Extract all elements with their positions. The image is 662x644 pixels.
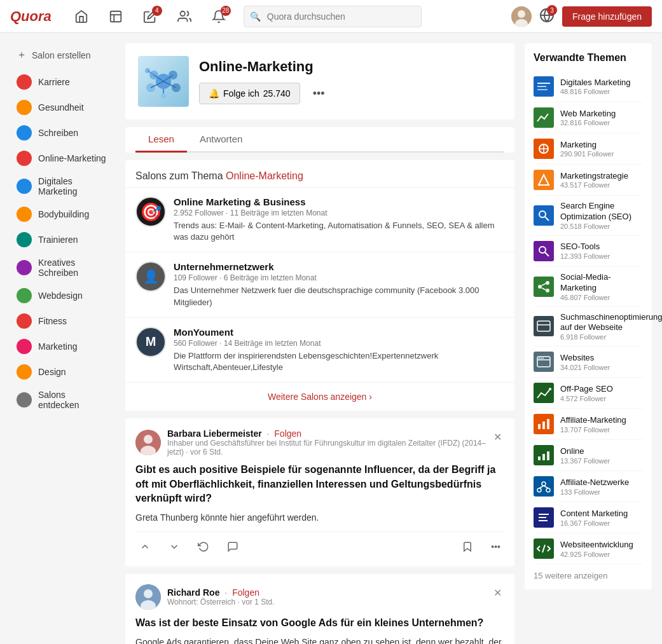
nav-notifications-button[interactable]: 28 [204,4,233,29]
related-item-social-media[interactable]: Social-Media-Marketing 46.807 Follower [534,267,643,307]
bookmark-button-1[interactable] [458,537,477,556]
post-2-author: Richard Roe · Folgen Wohnort: Österreich… [135,584,275,610]
show-more-related[interactable]: 15 weitere anzeigen [534,565,643,580]
add-question-button[interactable]: Frage hinzufügen [562,6,652,27]
upvote-button-1[interactable] [135,537,155,556]
sidebar-item-salons-entdecken[interactable]: Salons entdecken [10,385,115,415]
post-2-dismiss-button[interactable]: ✕ [491,584,504,601]
nav-home-button[interactable] [67,4,96,29]
post-2-avatar [135,584,161,610]
related-info-off-page-seo: Off-Page SEO 4.572 Follower [560,384,643,402]
webdesign-icon [17,288,32,303]
show-more-salons[interactable]: Weitere Salons anzeigen › [125,382,514,411]
related-item-websiteentwicklung[interactable]: Websiteentwicklung 42.925 Follower [534,533,643,565]
topic-actions: 🔔 Folge ich 25.740 ••• [199,83,502,104]
create-salon-label: Salon erstellen [32,50,91,60]
sidebar-item-bodybuilding[interactable]: Bodybuilding [10,202,115,227]
comment-button-1[interactable] [223,537,242,556]
author-name-text-2[interactable]: Richard Roe [167,587,219,598]
sidebar-item-schreiben[interactable]: Schreiben [10,120,115,146]
search-bar: 🔍 [244,6,422,27]
sidebar-label-online-marketing: Online-Marketing [38,153,106,163]
share-button-1[interactable] [194,537,213,556]
sidebar: ＋ Salon erstellen Karriere Gesundheit Sc… [10,43,115,644]
related-item-web-marketing[interactable]: Web Marketing 32.816 Follower [534,102,643,134]
sidebar-item-gesundheit[interactable]: Gesundheit [10,95,115,120]
more-options-button[interactable]: ••• [308,85,330,103]
related-followers-marketingstrategie: 43.517 Follower [560,181,643,189]
sidebar-item-trainieren[interactable]: Trainieren [10,227,115,252]
tab-antworten[interactable]: Antworten [187,127,256,153]
header: Quora 4 28 🔍 3 Fr [0,0,662,33]
svg-rect-62 [538,424,541,429]
related-item-online[interactable]: Online 13.367 Follower [534,440,643,471]
related-item-digitales-marketing[interactable]: Digitales Marketing 48.816 Follower [534,71,643,102]
author-name-text[interactable]: Barbara Liebermeister [167,428,262,439]
related-item-content-marketing[interactable]: Content Marketing 16.367 Follower [534,502,643,533]
post-1: Barbara Liebermeister · Folgen Inhaber u… [125,418,514,566]
topic-info: Online-Marketing 🔔 Folge ich 25.740 ••• [199,58,502,104]
sidebar-label-trainieren: Trainieren [38,235,78,245]
svg-rect-41 [535,242,553,260]
post-2-author-info: Richard Roe · Folgen Wohnort: Österreich… [167,587,275,606]
follow-button[interactable]: 🔔 Folge ich 25.740 [199,83,300,104]
svg-point-60 [549,388,551,390]
nav-people-button[interactable] [170,4,199,29]
related-img-seo-tools [534,241,554,261]
post-1-author-name: Barbara Liebermeister · Folgen [167,428,491,439]
salon-item-1[interactable]: 🎯 Online Marketing & Business 2.952 Foll… [125,187,514,252]
logo[interactable]: Quora [10,8,52,25]
post-1-dismiss-button[interactable]: ✕ [491,428,504,446]
search-input[interactable] [244,6,422,27]
related-name-web-marketing: Web Marketing [560,109,643,120]
more-button-1[interactable]: ••• [487,538,504,556]
related-item-marketingstrategie[interactable]: Marketingstrategie 43.517 Follower [534,165,643,196]
related-item-affiliate-netzwerke[interactable]: Affiliate-Netzwerke 133 Follower [534,471,643,502]
related-name-online: Online [560,446,643,457]
related-item-marketing[interactable]: Marketing 290.901 Follower [534,134,643,165]
svg-point-26 [144,589,153,598]
related-info-websites: Websites 34.021 Follower [560,353,643,371]
sidebar-item-design[interactable]: Design [10,359,115,385]
sidebar-item-webdesign[interactable]: Webdesign [10,283,115,308]
globe-button[interactable]: 3 [539,8,555,25]
sidebar-label-marketing: Marketing [38,341,77,352]
related-item-suchmaschinenoptimierung[interactable]: Suchmaschinenoptimierung auf der Webseit… [534,307,643,347]
create-salon-button[interactable]: ＋ Salon erstellen [10,43,115,67]
related-item-seo-tools[interactable]: SEO-Tools 12.393 Follower [534,236,643,267]
downvote-button-1[interactable] [165,537,184,556]
related-item-websites[interactable]: Websites 34.021 Follower [534,346,643,378]
sidebar-item-online-marketing[interactable]: Online-Marketing [10,146,115,171]
tab-lesen[interactable]: Lesen [135,127,187,153]
salons-title-highlight: Online-Marketing [226,170,303,181]
sidebar-item-karriere[interactable]: Karriere [10,69,115,95]
nav-answers-button[interactable] [101,4,130,29]
tabs: Lesen Antworten [135,127,504,153]
topic-image [138,56,189,107]
svg-point-23 [144,435,153,444]
show-more-link[interactable]: Weitere Salons anzeigen › [268,392,372,402]
nav-write-button[interactable]: 4 [135,4,165,29]
sidebar-item-fitness[interactable]: Fitness [10,308,115,334]
sidebar-item-kreatives-schreiben[interactable]: Kreatives Schreiben [10,252,115,283]
salon-desc-1: Trends aus: E-Mail- & Content-Marketing,… [174,220,504,243]
sidebar-label-salons-entdecken: Salons entdecken [38,390,109,410]
user-avatar[interactable] [511,6,532,27]
sidebar-item-digitales-marketing[interactable]: Digitales Marketing [10,171,115,202]
related-name-social-media: Social-Media-Marketing [560,272,643,294]
salon-item-2[interactable]: 👤 Unternehmernetzwerk 109 Follower · 6 B… [125,252,514,317]
post-2-follow-link[interactable]: Folgen [232,587,259,598]
follow-icon: 🔔 [209,88,219,99]
sidebar-item-marketing[interactable]: Marketing [10,334,115,359]
post-1-follow-link[interactable]: Folgen [274,428,301,439]
related-followers-seo: 20.518 Follower [560,223,643,230]
related-item-affiliate-marketing[interactable]: Affiliate-Marketing 13.707 Follower [534,409,643,440]
related-name-seo-tools: SEO-Tools [560,242,643,252]
related-info-affiliate-marketing: Affiliate-Marketing 13.707 Follower [560,415,643,434]
salon-item-3[interactable]: M MonYoument 560 Follower · 14 Beiträge … [125,317,514,382]
related-info-social-media: Social-Media-Marketing 46.807 Follower [560,272,643,301]
svg-rect-59 [535,384,553,402]
related-item-seo[interactable]: Search Engine Optimization (SEO) 20.518 … [534,196,643,236]
related-name-affiliate-marketing: Affiliate-Marketing [560,415,643,426]
related-item-off-page-seo[interactable]: Off-Page SEO 4.572 Follower [534,378,643,409]
